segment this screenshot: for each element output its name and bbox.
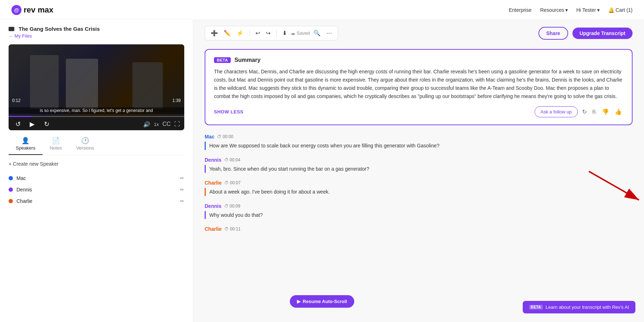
show-less-button[interactable]: SHOW LESS: [214, 109, 244, 114]
share-button[interactable]: Share: [538, 27, 568, 40]
video-controls-right: 🔊 1x CC ⛶: [143, 121, 180, 128]
edit-mac-icon[interactable]: ✏: [180, 175, 184, 181]
speaker-dennis-label: Dennis: [9, 187, 32, 192]
clock-icon: ⏱: [224, 204, 229, 209]
left-panel: The Gang Solves the Gas Crisis ← My File…: [0, 20, 193, 322]
header-nav: Enterprise Resources ▾ Hi Tester ▾ 🔔 Car…: [509, 7, 633, 13]
transcript-text: About a week ago. I've been doing it for…: [205, 188, 633, 196]
fullscreen-icon[interactable]: ⛶: [174, 121, 180, 127]
ai-banner-beta: BETA: [529, 305, 543, 309]
speaker-charlie-dot: [9, 199, 13, 203]
main-layout: The Gang Solves the Gas Crisis ← My File…: [0, 20, 644, 322]
video-figure-2: [66, 59, 98, 109]
speaker-line: Dennis ⏱ 00:09: [205, 203, 633, 209]
add-button[interactable]: ➕: [209, 28, 220, 38]
edit-charlie-icon[interactable]: ✏: [180, 198, 184, 204]
transcript-text: Yeah, bro. Since when did you start runn…: [205, 165, 633, 173]
transcript-block: Mac ⏱ 00:00 How are We supposed to scale…: [205, 134, 633, 150]
replay-button[interactable]: ↺: [13, 119, 23, 129]
time-value: 00:07: [230, 180, 240, 185]
playback-speed[interactable]: 1x: [154, 122, 159, 127]
undo-button[interactable]: ↩: [253, 28, 262, 38]
ai-banner[interactable]: BETA Learn about your transcript with Re…: [523, 301, 635, 313]
logo-text: rev max: [24, 5, 53, 15]
create-speaker-button[interactable]: + Create new Speaker: [9, 161, 184, 167]
speaker-name: Dennis: [205, 203, 221, 209]
transcript-block: Charlie ⏱ 00:11: [205, 226, 633, 232]
file-title: The Gang Solves the Gas Crisis: [9, 26, 184, 32]
tab-speakers[interactable]: 👤 Speakers: [9, 133, 43, 155]
ai-banner-text: Learn about your transcript with Rev's A…: [546, 304, 629, 310]
time-badge: ⏱ 00:04: [224, 157, 240, 162]
summary-card: BETA Summary The characters Mac, Dennis,…: [205, 49, 633, 125]
file-icon: [9, 27, 14, 31]
speakers-tab-icon: 👤: [21, 137, 29, 145]
nav-enterprise[interactable]: Enterprise: [509, 7, 532, 13]
video-frame: 0:12 1:39 is so expensive, man. So I fig…: [9, 44, 184, 116]
time-value: 00:04: [230, 157, 240, 162]
speaker-dennis-dot: [9, 187, 13, 192]
tab-versions[interactable]: 🕐 Versions: [69, 133, 101, 155]
right-panel: ➕ ✏️ ⚡ ↩ ↪ ⬇ ☁ Saved 🔍 ⋯ Share Upgrade T…: [193, 20, 644, 322]
auto-scroll-icon: ▶: [297, 299, 301, 304]
video-player[interactable]: 0:12 1:39 is so expensive, man. So I fig…: [9, 44, 184, 130]
clock-icon: ⏱: [217, 134, 221, 139]
ask-followup-button[interactable]: Ask a follow up: [535, 106, 578, 117]
speaker-mac-label: Mac: [9, 175, 26, 181]
thumbs-down-icon[interactable]: 👎: [600, 107, 610, 117]
cloud-icon: ☁: [291, 30, 295, 36]
copy-icon[interactable]: ⎘: [591, 107, 597, 117]
play-button[interactable]: ▶: [27, 119, 37, 129]
content-area: BETA Summary The characters Mac, Dennis,…: [193, 43, 644, 322]
clock-icon: ⏱: [224, 226, 229, 231]
time-badge: ⏱ 00:09: [224, 204, 240, 209]
download-button[interactable]: ⬇: [280, 28, 289, 38]
upgrade-button[interactable]: Upgrade Transcript: [572, 28, 633, 39]
speaker-name: Charlie: [205, 226, 221, 232]
video-controls: ↺ ▶ ↻ 🔊 1x CC ⛶: [9, 117, 184, 130]
speaker-name: Mac: [205, 134, 214, 140]
video-progress-bar-container[interactable]: [9, 116, 184, 117]
speaker-line: Charlie ⏱ 00:07: [205, 180, 633, 186]
auto-scroll-button[interactable]: ▶ Resume Auto-Scroll: [290, 295, 354, 308]
search-button[interactable]: 🔍: [311, 28, 323, 38]
toolbar: ➕ ✏️ ⚡ ↩ ↪ ⬇ ☁ Saved 🔍 ⋯ Share Upgrade T…: [193, 20, 644, 43]
tab-notes[interactable]: 📄 Notes: [43, 133, 69, 155]
skip-forward-button[interactable]: ↻: [42, 119, 52, 129]
speaker-mac: Mac ✏: [9, 172, 184, 184]
regenerate-icon[interactable]: ↻: [581, 107, 588, 117]
video-time-start: 0:12: [12, 98, 20, 103]
thumbs-up-icon[interactable]: 👍: [613, 107, 623, 117]
speaker-mac-dot: [9, 176, 13, 180]
clock-icon: ⏱: [224, 157, 229, 162]
transcript-block: Charlie ⏱ 00:07 About a week ago. I've b…: [205, 180, 633, 196]
more-options-button[interactable]: ⋯: [324, 28, 334, 38]
transcript-text: Why would you do that?: [205, 211, 633, 219]
time-badge: ⏱ 00:00: [217, 134, 233, 139]
transcript-container: Mac ⏱ 00:00 How are We supposed to scale…: [205, 134, 633, 232]
nav-resources[interactable]: Resources ▾: [540, 7, 568, 13]
speaker-line: Dennis ⏱ 00:04: [205, 157, 633, 163]
speaker-name: Dennis: [205, 157, 221, 163]
summary-footer: SHOW LESS Ask a follow up ↻ ⎘ 👎 👍: [214, 106, 623, 117]
highlight-button[interactable]: ✏️: [221, 28, 233, 38]
redo-button[interactable]: ↪: [264, 28, 273, 38]
time-badge: ⏱ 00:11: [224, 226, 240, 231]
speaker-dennis: Dennis ✏: [9, 184, 184, 195]
versions-tab-icon: 🕐: [81, 137, 89, 145]
clock-icon: ⏱: [224, 180, 229, 185]
back-link[interactable]: ← My Files: [9, 33, 184, 39]
time-badge: ⏱ 00:07: [224, 180, 240, 185]
cart-button[interactable]: 🔔 Cart (1): [608, 7, 633, 13]
captions-icon[interactable]: CC: [162, 121, 171, 127]
volume-icon[interactable]: 🔊: [143, 121, 150, 128]
speaker-line: Charlie ⏱ 00:11: [205, 226, 633, 232]
time-value: 00:09: [230, 204, 240, 209]
strikethrough-button[interactable]: ⚡: [234, 28, 246, 38]
edit-dennis-icon[interactable]: ✏: [180, 187, 184, 192]
logo: @ rev max: [11, 5, 53, 15]
video-controls-left: ↺ ▶ ↻: [13, 119, 52, 129]
video-subtitle: is so expensive, man. So I figured, let'…: [9, 107, 184, 114]
nav-hi-tester[interactable]: Hi Tester ▾: [576, 7, 600, 13]
toolbar-divider-2: [276, 30, 277, 37]
